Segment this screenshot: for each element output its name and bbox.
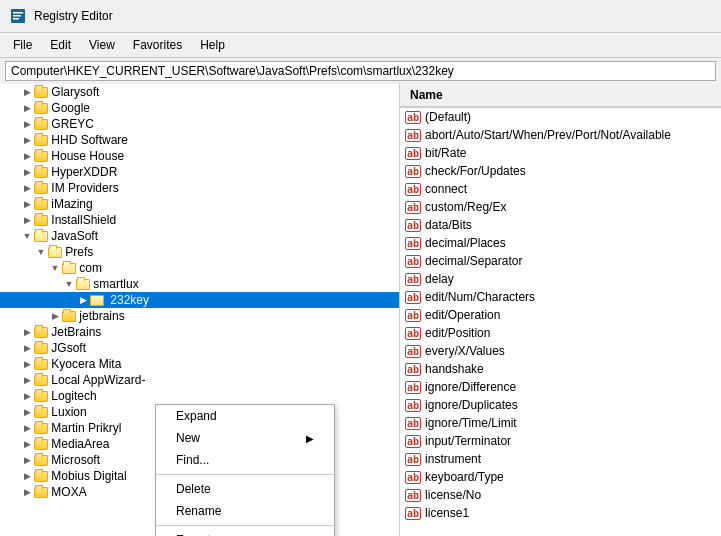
expand-arrow: ▶ (20, 439, 34, 449)
value-type-icon: ab (405, 471, 421, 484)
context-menu-expand[interactable]: Expand (156, 405, 334, 427)
value-row-customregex[interactable]: ab custom/Reg/Ex (400, 198, 721, 216)
value-name: abort/Auto/Start/When/Prev/Port/Not/Avai… (425, 128, 716, 142)
folder-icon (34, 391, 48, 402)
tree-item-232key[interactable]: ▶ 232key (0, 292, 399, 308)
value-name: connect (425, 182, 716, 196)
folder-icon (34, 471, 48, 482)
tree-item-logitech[interactable]: ▶ Logitech (0, 388, 399, 404)
value-row-keyboardtype[interactable]: ab keyboard/Type (400, 468, 721, 486)
value-row-editposition[interactable]: ab edit/Position (400, 324, 721, 342)
context-menu-new[interactable]: New ▶ (156, 427, 334, 449)
tree-label: Martin Prikryl (51, 421, 121, 435)
tree-item-com[interactable]: ▼ com (0, 260, 399, 276)
tree-item-kyocera[interactable]: ▶ Kyocera Mita (0, 356, 399, 372)
value-row-everyxvalues[interactable]: ab every/X/Values (400, 342, 721, 360)
expand-arrow: ▼ (48, 263, 62, 273)
context-menu-rename[interactable]: Rename (156, 500, 334, 522)
tree-label: jetbrains (79, 309, 124, 323)
value-name: handshake (425, 362, 716, 376)
value-row-delay[interactable]: ab delay (400, 270, 721, 288)
value-row-editnumcharacters[interactable]: ab edit/Num/Characters (400, 288, 721, 306)
folder-icon (62, 311, 76, 322)
value-row-inputterminator[interactable]: ab input/Terminator (400, 432, 721, 450)
value-row-license1[interactable]: ab license1 (400, 504, 721, 522)
tree-item-installshield[interactable]: ▶ InstallShield (0, 212, 399, 228)
tree-item-im-providers[interactable]: ▶ IM Providers (0, 180, 399, 196)
context-menu-find[interactable]: Find... (156, 449, 334, 471)
tree-item-imazing[interactable]: ▶ iMazing (0, 196, 399, 212)
folder-icon (34, 359, 48, 370)
value-row-ignoredifference[interactable]: ab ignore/Difference (400, 378, 721, 396)
value-name: data/Bits (425, 218, 716, 232)
tree-item-local-appwizard[interactable]: ▶ Local AppWizard- (0, 372, 399, 388)
folder-icon (34, 87, 48, 98)
value-type-icon: ab (405, 165, 421, 178)
tree-item-jetbrains[interactable]: ▶ JetBrains (0, 324, 399, 340)
value-type-icon: ab (405, 291, 421, 304)
tree-item-jgsoft[interactable]: ▶ JGsoft (0, 340, 399, 356)
menu-view[interactable]: View (81, 36, 123, 54)
expand-arrow: ▶ (48, 311, 62, 321)
value-row-handshake[interactable]: ab handshake (400, 360, 721, 378)
tree-label: Luxion (51, 405, 86, 419)
tree-item-prefs[interactable]: ▼ Prefs (0, 244, 399, 260)
folder-icon (34, 135, 48, 146)
menu-file[interactable]: File (5, 36, 40, 54)
tree-item-javasoft[interactable]: ▼ JavaSoft (0, 228, 399, 244)
tree-label: MediaArea (51, 437, 109, 451)
value-row-instrument[interactable]: ab instrument (400, 450, 721, 468)
value-name: bit/Rate (425, 146, 716, 160)
value-type-icon: ab (405, 399, 421, 412)
expand-arrow: ▶ (20, 327, 34, 337)
tree-item-glarysoft[interactable]: ▶ Glarysoft (0, 84, 399, 100)
value-row-ignoreduplicates[interactable]: ab ignore/Duplicates (400, 396, 721, 414)
tree-label: 232key (110, 293, 149, 307)
value-type-icon: ab (405, 435, 421, 448)
value-name: keyboard/Type (425, 470, 716, 484)
menu-favorites[interactable]: Favorites (125, 36, 190, 54)
value-row-ignoretimelimit[interactable]: ab ignore/Time/Limit (400, 414, 721, 432)
svg-rect-2 (13, 15, 21, 17)
context-menu-delete[interactable]: Delete (156, 478, 334, 500)
value-type-icon: ab (405, 507, 421, 520)
tree-label: iMazing (51, 197, 92, 211)
value-row-editoperation[interactable]: ab edit/Operation (400, 306, 721, 324)
value-row-decimalseparator[interactable]: ab decimal/Separator (400, 252, 721, 270)
value-row-databits[interactable]: ab data/Bits (400, 216, 721, 234)
value-name: decimal/Places (425, 236, 716, 250)
folder-icon (34, 375, 48, 386)
value-row-licenseno[interactable]: ab license/No (400, 486, 721, 504)
menu-help[interactable]: Help (192, 36, 233, 54)
value-type-icon: ab (405, 111, 421, 124)
value-row-default[interactable]: ab (Default) (400, 108, 721, 126)
expand-arrow: ▶ (20, 167, 34, 177)
folder-icon (34, 327, 48, 338)
tree-item-house-house[interactable]: ▶ House House (0, 148, 399, 164)
value-row-abort[interactable]: ab abort/Auto/Start/When/Prev/Port/Not/A… (400, 126, 721, 144)
value-row-checkforupdates[interactable]: ab check/For/Updates (400, 162, 721, 180)
tree-label: Logitech (51, 389, 96, 403)
folder-icon (34, 423, 48, 434)
value-name: check/For/Updates (425, 164, 716, 178)
expand-arrow: ▶ (20, 151, 34, 161)
menu-edit[interactable]: Edit (42, 36, 79, 54)
context-menu: Expand New ▶ Find... Delete Rename Expor… (155, 404, 335, 536)
value-name: edit/Num/Characters (425, 290, 716, 304)
value-name: ignore/Difference (425, 380, 716, 394)
tree-item-greyc[interactable]: ▶ GREYC (0, 116, 399, 132)
value-type-icon: ab (405, 363, 421, 376)
context-menu-export[interactable]: Export (156, 529, 334, 536)
tree-item-google[interactable]: ▶ Google (0, 100, 399, 116)
value-name: ignore/Duplicates (425, 398, 716, 412)
value-row-decimalplaces[interactable]: ab decimal/Places (400, 234, 721, 252)
tree-item-hyperxddr[interactable]: ▶ HyperXDDR (0, 164, 399, 180)
value-row-bitrate[interactable]: ab bit/Rate (400, 144, 721, 162)
value-type-icon: ab (405, 147, 421, 160)
tree-item-hhd[interactable]: ▶ HHD Software (0, 132, 399, 148)
value-name: decimal/Separator (425, 254, 716, 268)
value-row-connect[interactable]: ab connect (400, 180, 721, 198)
tree-item-smartlux[interactable]: ▼ smartlux (0, 276, 399, 292)
value-name: ignore/Time/Limit (425, 416, 716, 430)
tree-item-jetbrains-sub[interactable]: ▶ jetbrains (0, 308, 399, 324)
